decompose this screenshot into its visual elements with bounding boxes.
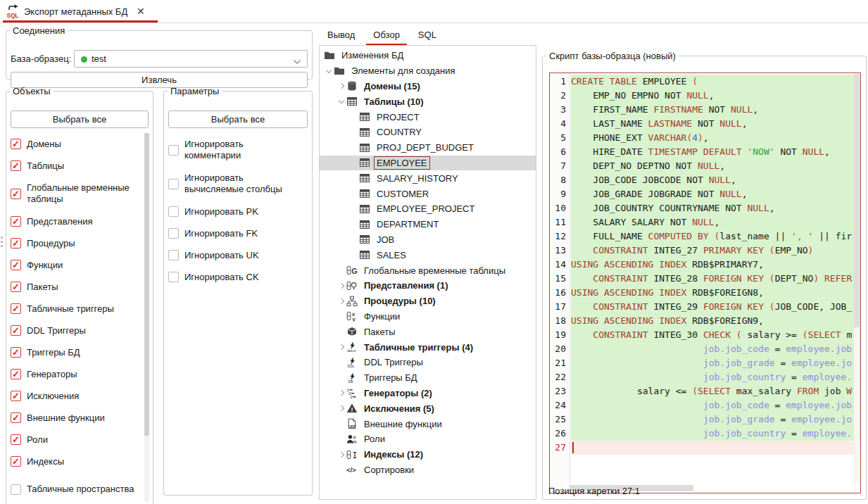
checkbox-checked[interactable] [11,238,21,248]
checkbox-item[interactable]: Индексы [11,451,141,472]
tree-item[interactable]: IИндексы (12) [320,447,536,462]
code-line[interactable]: EMP_NO EMPNO NOT NULL, [571,89,860,103]
checkbox-item[interactable]: Домены [11,133,141,155]
code-line[interactable]: USING ASCENDING INDEX RDB$FOREIGN9, [571,314,860,328]
tree-expander-closed[interactable] [336,387,346,398]
document-tab[interactable]: SQL Экспорт метаданных БД ✕ [0,0,180,23]
code-line[interactable]: HIRE_DATE TIMESTAMP DEFAULT 'NOW' NOT NU… [571,145,860,159]
tree-item[interactable]: Таблицы (10) [320,94,536,109]
code-line[interactable]: CONSTRAINT INTEG_30 CHECK ( salary >= (S… [571,328,860,342]
checkbox-item[interactable]: Функции [11,254,141,276]
checkbox-item[interactable]: Игнорировать PK [168,201,301,222]
checkbox-unchecked[interactable] [168,228,179,239]
tree-item[interactable]: Домены (15) [320,79,536,94]
code-line[interactable]: CONSTRAINT INTEG_28 FOREIGN KEY (DEPT_NO… [571,272,860,286]
checkbox-item[interactable]: Табличные пространства [11,472,141,504]
code-line[interactable]: job.job_code = employee.job [571,398,860,412]
code-line[interactable]: job.job_country = employee. [571,427,860,441]
code-line[interactable] [571,441,860,455]
tree-item[interactable]: Пакеты [320,324,536,339]
checkbox-checked[interactable] [11,139,21,149]
tree-item[interactable]: DBТриггеры БД [320,370,536,386]
objects-scrollbar[interactable] [144,133,149,502]
code-line[interactable]: CONSTRAINT INTEG_29 FOREIGN KEY (JOB_COD… [571,300,860,314]
tree-expander-closed[interactable] [336,80,346,92]
tree-expander-open[interactable] [324,65,334,77]
checkbox-checked[interactable] [11,434,21,445]
checkbox-checked[interactable] [11,303,21,314]
checkbox-unchecked[interactable] [168,145,179,156]
tree-item[interactable]: Роли [320,431,536,447]
code-line[interactable]: CONSTRAINT INTEG_27 PRIMARY KEY (EMP_NO) [571,244,860,258]
tree-item[interactable]: 123Генераторы (2) [320,386,536,401]
close-icon[interactable]: ✕ [137,6,145,17]
checkbox-item[interactable]: Игнорировать UK [168,244,301,266]
checkbox-unchecked[interactable] [11,484,21,495]
scrollbar-thumb[interactable] [854,74,860,327]
tree-item[interactable]: </>Сортировки [320,462,536,478]
tree-item[interactable]: DEPARTMENT [320,217,536,232]
sql-editor[interactable]: 1234567891011121314151617181920212223242… [549,73,861,493]
checkbox-unchecked[interactable] [168,206,179,217]
checkbox-checked[interactable] [11,189,21,199]
checkbox-item[interactable]: Глобальные временные таблицы [11,177,141,210]
code-line[interactable]: job.job_grade = employee.jo [571,356,860,370]
tree-expander-open[interactable] [336,96,346,107]
checkbox-checked[interactable] [11,282,21,292]
checkbox-checked[interactable] [11,260,21,270]
checkbox-item[interactable]: Генераторы [11,363,141,385]
checkbox-item[interactable]: Внешние функции [11,407,141,429]
checkbox-item[interactable]: Пакеты [11,276,141,298]
checkbox-checked[interactable] [11,325,21,336]
checkbox-item[interactable]: Табличные триггеры [11,298,141,320]
tree-item[interactable]: EMPLOYEE_PROJECT [320,201,536,217]
tree-item[interactable]: DDLDDL Триггеры [320,355,536,370]
tree-item[interactable]: CUSTOMER [320,186,536,201]
tree-item[interactable]: SALES [320,247,536,263]
tree-item[interactable]: UDFВнешние функции [320,416,536,431]
code-line[interactable]: USING ASCENDING INDEX RDB$FOREIGN8, [571,286,860,300]
code-line[interactable]: JOB_CODE JOBCODE NOT NULL, [571,173,860,187]
checkbox-item[interactable]: Игнорировать комментарии [168,133,301,167]
preview-tab-active[interactable]: Обзор [372,25,401,44]
code-line[interactable]: FIRST_NAME FIRSTNAME NOT NULL, [571,103,860,117]
code-line[interactable]: LAST_NAME LASTNAME NOT NULL, [571,117,860,131]
checkbox-item[interactable]: Игнорировать FK [168,222,301,244]
checkbox-checked[interactable] [11,456,21,467]
code-line[interactable]: job.job_country = employee. [571,370,860,384]
tree-item[interactable]: JOB [320,232,536,248]
tree-expander-closed[interactable] [336,280,346,291]
checkbox-unchecked[interactable] [168,179,179,189]
checkbox-unchecked[interactable] [168,272,179,282]
code-line[interactable]: salary <= (SELECT max_salary FROM job W [571,384,860,398]
sample-db-select[interactable]: test [74,50,308,68]
tree-expander-closed[interactable] [336,296,346,307]
code-line[interactable]: JOB_GRADE JOBGRADE NOT NULL, [571,187,860,201]
editor-vscrollbar[interactable] [854,74,860,483]
tree-item[interactable]: PROJECT [320,109,536,125]
checkbox-item[interactable]: Исключения [11,385,141,407]
code-line[interactable]: DEPT_NO DEPTNO NOT NULL, [571,159,860,173]
objects-select-all-button[interactable]: Выбрать все [11,111,149,128]
checkbox-item[interactable]: Игнорировать CK [168,266,301,288]
tree-item-selected[interactable]: EMPLOYEE [320,156,536,171]
checkbox-item[interactable]: Представления [11,210,141,232]
code-line[interactable]: job.job_code = employee.job [571,342,860,356]
tree-expander-closed[interactable] [336,341,346,353]
checkbox-checked[interactable] [11,160,21,171]
tree-item[interactable]: Представления (1) [320,278,536,294]
tree-item[interactable]: Изменения БД [320,48,536,63]
tree-item[interactable]: Процедуры (10) [320,294,536,309]
checkbox-checked[interactable] [11,391,21,401]
tree-item[interactable]: TABLEТабличные триггеры (4) [320,339,536,355]
tree-expander-closed[interactable] [336,449,346,460]
tree-item[interactable]: COUNTRY [320,125,536,140]
checkbox-checked[interactable] [11,369,21,379]
code-line[interactable]: JOB_COUNTRY COUNTRYNAME NOT NULL, [571,201,860,215]
checkbox-item[interactable]: Процедуры [11,232,141,254]
editor-code[interactable]: CREATE TABLE EMPLOYEE ( EMP_NO EMPNO NOT… [571,73,860,493]
code-line[interactable]: PHONE_EXT VARCHAR(4), [571,131,860,145]
code-line[interactable]: USING ASCENDING INDEX RDB$PRIMARY7, [571,258,860,272]
code-line[interactable]: SALARY SALARY NOT NULL, [571,215,860,229]
preview-tab-inactive[interactable]: SQL [417,25,438,44]
